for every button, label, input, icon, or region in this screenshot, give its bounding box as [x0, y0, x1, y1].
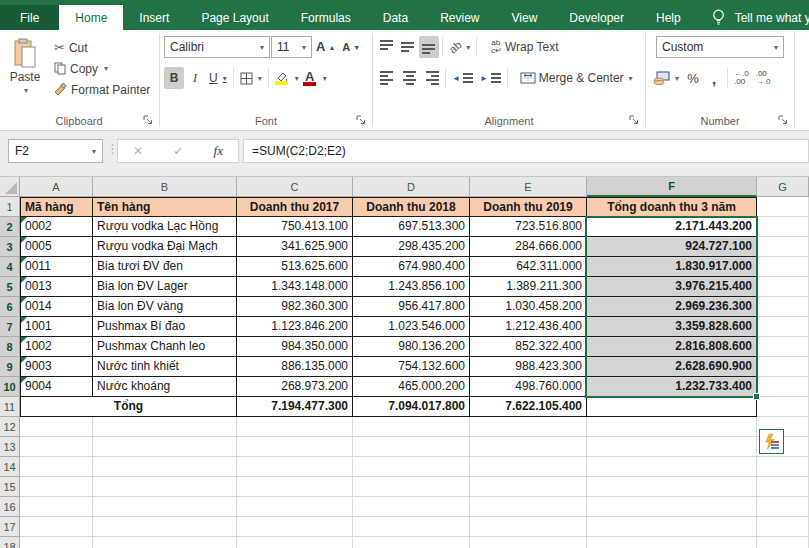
- number-format-select[interactable]: Custom ▾: [656, 36, 784, 58]
- cell-D4[interactable]: 674.980.400: [353, 257, 470, 277]
- col-header-F[interactable]: F: [587, 177, 757, 197]
- cell-A15[interactable]: [20, 477, 93, 497]
- cell-D11[interactable]: 7.094.017.800: [353, 397, 470, 417]
- cell-E15[interactable]: [470, 477, 587, 497]
- cell-E2[interactable]: 723.516.800: [470, 217, 587, 237]
- cell-B2[interactable]: Rượu vodka Lạc Hồng: [93, 217, 237, 237]
- cell-F10[interactable]: 1.232.733.400: [587, 377, 757, 397]
- row-header-7[interactable]: 7: [0, 317, 20, 337]
- cell-C3[interactable]: 341.625.900: [237, 237, 353, 257]
- cell-B17[interactable]: [93, 517, 237, 537]
- cell-D12[interactable]: [353, 417, 470, 437]
- cell-A2[interactable]: 0002: [20, 217, 93, 237]
- cell-B12[interactable]: [93, 417, 237, 437]
- cell-G1[interactable]: [757, 197, 809, 217]
- row-header-6[interactable]: 6: [0, 297, 20, 317]
- col-header-D[interactable]: D: [353, 177, 470, 197]
- cell-C6[interactable]: 982.360.300: [237, 297, 353, 317]
- paste-button[interactable]: Paste ▾: [3, 34, 47, 108]
- cell-C8[interactable]: 984.350.000: [237, 337, 353, 357]
- cell-D13[interactable]: [353, 437, 470, 457]
- cell-B9[interactable]: Nước tinh khiết: [93, 357, 237, 377]
- enter-button[interactable]: ✓: [173, 144, 183, 158]
- decrease-indent-button[interactable]: ◄: [449, 67, 476, 89]
- row-header-17[interactable]: 17: [0, 517, 20, 537]
- cell-E13[interactable]: [470, 437, 587, 457]
- cell-F6[interactable]: 2.969.236.300: [587, 297, 757, 317]
- cell-D14[interactable]: [353, 457, 470, 477]
- row-header-10[interactable]: 10: [0, 377, 20, 397]
- cell-F18[interactable]: [587, 537, 757, 548]
- cell-G2[interactable]: [757, 217, 809, 237]
- clipboard-dialog-launcher[interactable]: [143, 115, 154, 126]
- cell-G6[interactable]: [757, 297, 809, 317]
- cell-C1[interactable]: Doanh thu 2017: [237, 197, 353, 217]
- cell-A12[interactable]: [20, 417, 93, 437]
- col-header-B[interactable]: B: [93, 177, 237, 197]
- col-header-A[interactable]: A: [20, 177, 93, 197]
- align-left-button[interactable]: [377, 67, 398, 89]
- cell-A18[interactable]: [20, 537, 93, 548]
- bold-button[interactable]: B: [164, 67, 184, 89]
- decrease-decimal-button[interactable]: .00 →.0: [753, 67, 774, 89]
- copy-button[interactable]: Copy ▾: [51, 58, 153, 79]
- cell-G11[interactable]: [757, 397, 809, 417]
- cell-F7[interactable]: 3.359.828.600: [587, 317, 757, 337]
- cell-F16[interactable]: [587, 497, 757, 517]
- select-all-corner[interactable]: [0, 177, 20, 197]
- row-header-16[interactable]: 16: [0, 497, 20, 517]
- cell-E14[interactable]: [470, 457, 587, 477]
- align-right-button[interactable]: [421, 67, 442, 89]
- accounting-format-button[interactable]: ▾: [650, 67, 682, 89]
- cell-A4[interactable]: 0011: [20, 257, 93, 277]
- font-color-button[interactable]: A: [300, 67, 320, 89]
- cell-D10[interactable]: 465.000.200: [353, 377, 470, 397]
- cell-B10[interactable]: Nước khoáng: [93, 377, 237, 397]
- cell-F11[interactable]: [587, 397, 757, 417]
- cell-C4[interactable]: 513.625.600: [237, 257, 353, 277]
- row-header-11[interactable]: 11: [0, 397, 20, 417]
- font-size-select[interactable]: 11 ▾: [271, 36, 312, 58]
- cell-G15[interactable]: [757, 477, 809, 497]
- cell-F9[interactable]: 2.628.690.900: [587, 357, 757, 377]
- comma-style-button[interactable]: ,: [704, 67, 724, 89]
- cell-A5[interactable]: 0013: [20, 277, 93, 297]
- cell-B7[interactable]: Pushmax Bí đao: [93, 317, 237, 337]
- insert-function-button[interactable]: fx: [214, 143, 223, 159]
- cell-A7[interactable]: 1001: [20, 317, 93, 337]
- row-header-12[interactable]: 12: [0, 417, 20, 437]
- cell-A1[interactable]: Mã hàng: [20, 197, 93, 217]
- cell-A8[interactable]: 1002: [20, 337, 93, 357]
- cell-F15[interactable]: [587, 477, 757, 497]
- cell-A10[interactable]: 9004: [20, 377, 93, 397]
- cell-F12[interactable]: [587, 417, 757, 437]
- cell-E9[interactable]: 988.423.300: [470, 357, 587, 377]
- name-box[interactable]: F2 ▾: [8, 139, 103, 163]
- cell-C10[interactable]: 268.973.200: [237, 377, 353, 397]
- tab-data[interactable]: Data: [367, 5, 424, 30]
- cell-E3[interactable]: 284.666.000: [470, 237, 587, 257]
- tab-insert[interactable]: Insert: [123, 5, 185, 30]
- cell-D2[interactable]: 697.513.300: [353, 217, 470, 237]
- increase-indent-button[interactable]: ►: [477, 67, 504, 89]
- cell-F14[interactable]: [587, 457, 757, 477]
- cell-B18[interactable]: [93, 537, 237, 548]
- cell-G4[interactable]: [757, 257, 809, 277]
- align-center-button[interactable]: [399, 67, 420, 89]
- cell-C5[interactable]: 1.343.148.000: [237, 277, 353, 297]
- cell-A16[interactable]: [20, 497, 93, 517]
- cell-A6[interactable]: 0014: [20, 297, 93, 317]
- cell-C18[interactable]: [237, 537, 353, 548]
- row-header-3[interactable]: 3: [0, 237, 20, 257]
- cell-C2[interactable]: 750.413.100: [237, 217, 353, 237]
- col-header-E[interactable]: E: [470, 177, 587, 197]
- cell-C15[interactable]: [237, 477, 353, 497]
- cell-G18[interactable]: [757, 537, 809, 548]
- cell-D5[interactable]: 1.243.856.100: [353, 277, 470, 297]
- cell-A3[interactable]: 0005: [20, 237, 93, 257]
- cell-D1[interactable]: Doanh thu 2018: [353, 197, 470, 217]
- merge-center-button[interactable]: Merge & Center ▾: [517, 67, 636, 89]
- row-header-13[interactable]: 13: [0, 437, 20, 457]
- cell-B8[interactable]: Pushmax Chanh leo: [93, 337, 237, 357]
- cell-E17[interactable]: [470, 517, 587, 537]
